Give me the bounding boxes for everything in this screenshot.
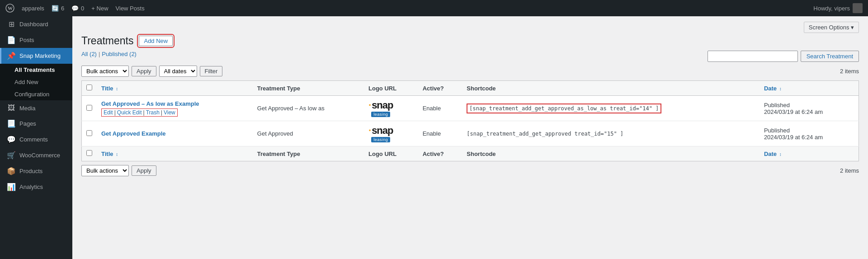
footer-title-sort: ↕ bbox=[116, 152, 118, 157]
sidebar-item-snap-marketing[interactable]: 📌 Snap Marketing bbox=[0, 48, 72, 64]
row2-date-cell: Published 2024/03/19 at 6:24 am bbox=[760, 121, 859, 146]
row1-checkbox[interactable] bbox=[86, 105, 92, 111]
apply-button-bottom[interactable]: Apply bbox=[132, 165, 156, 176]
page-title: Treatments bbox=[81, 35, 133, 47]
search-treatment-button[interactable]: Search Treatment bbox=[801, 51, 859, 62]
row2-active-cell: Enable bbox=[418, 121, 462, 146]
column-date[interactable]: Date ↕ bbox=[760, 81, 859, 96]
products-icon: 📦 bbox=[7, 167, 16, 175]
footer-col-treatment-type: Treatment Type bbox=[253, 146, 364, 161]
site-name: apparels bbox=[22, 5, 44, 12]
wp-logo-link[interactable]: W bbox=[5, 4, 14, 13]
table-footer-row: Title ↕ Treatment Type Logo URL Active? … bbox=[82, 146, 859, 161]
footer-col-active: Active? bbox=[418, 146, 462, 161]
new-content-link[interactable]: + New bbox=[91, 5, 108, 12]
submenu-item-configuration[interactable]: Configuration bbox=[0, 88, 72, 100]
svg-text:W: W bbox=[8, 5, 13, 11]
row1-active-cell: Enable bbox=[418, 96, 462, 121]
row2-shortcode-cell: [snap_treatment_add_get_approved treat_i… bbox=[462, 121, 760, 146]
sidebar-label-pages: Pages bbox=[19, 120, 36, 127]
sidebar-item-dashboard[interactable]: ⊞ Dashboard bbox=[0, 16, 72, 32]
avatar bbox=[853, 3, 863, 13]
row2-logo-cell: · snap leasing bbox=[364, 121, 418, 146]
sidebar-item-analytics[interactable]: 📊 Analytics bbox=[0, 179, 72, 195]
sidebar-item-products[interactable]: 📦 Products bbox=[0, 163, 72, 179]
treatments-table: Title ↕ Treatment Type Logo URL Active? … bbox=[81, 80, 859, 161]
page-header: Treatments Add New bbox=[81, 35, 859, 47]
filters-row: Search Treatment All (2) | Published (2) bbox=[81, 51, 859, 66]
filter-button[interactable]: Filter bbox=[200, 66, 223, 76]
sidebar: ⊞ Dashboard 📄 Posts 📌 Snap Marketing All… bbox=[0, 16, 72, 259]
footer-col-title[interactable]: Title ↕ bbox=[97, 146, 253, 161]
row2-snap-logo: · snap leasing bbox=[368, 125, 393, 142]
bulk-actions-select-top[interactable]: Bulk actions bbox=[81, 66, 129, 77]
sidebar-item-woocommerce[interactable]: 🛒 WooCommerce bbox=[0, 147, 72, 163]
column-title[interactable]: Title ↕ bbox=[97, 81, 253, 96]
row2-title-link[interactable]: Get Approved Example bbox=[101, 130, 166, 137]
add-new-button[interactable]: Add New bbox=[139, 36, 173, 46]
all-dates-select[interactable]: All dates bbox=[159, 66, 197, 77]
screen-options-button[interactable]: Screen Options ▾ bbox=[804, 22, 859, 33]
select-all-checkbox-top[interactable] bbox=[86, 85, 92, 90]
updates-link[interactable]: 🔄 6 bbox=[52, 5, 64, 12]
date-sort-icon: ↕ bbox=[779, 86, 782, 91]
row2-checkbox-cell bbox=[82, 121, 97, 146]
new-label: + New bbox=[91, 5, 108, 12]
row1-logo-cell: · snap leasing bbox=[364, 96, 418, 121]
apply-button-top[interactable]: Apply bbox=[132, 66, 156, 76]
row2-treatment-type: Get Approved bbox=[257, 130, 293, 137]
sidebar-item-posts[interactable]: 📄 Posts bbox=[0, 32, 72, 48]
item-count-top: 2 items bbox=[840, 68, 859, 75]
footer-date-label: Date bbox=[764, 151, 777, 157]
column-active-label: Active? bbox=[423, 85, 444, 92]
row1-edit-link[interactable]: Edit bbox=[104, 109, 113, 116]
submenu-label-all-treatments: All Treatments bbox=[14, 66, 55, 73]
comments-link[interactable]: 💬 0 bbox=[71, 5, 84, 12]
row2-checkbox[interactable] bbox=[86, 130, 92, 136]
row1-date-detail: 2024/03/19 at 6:24 am bbox=[764, 108, 823, 115]
snap-dot-1: · bbox=[368, 99, 371, 111]
row1-date-cell: Published 2024/03/19 at 6:24 am bbox=[760, 96, 859, 121]
tablenav-bottom: Bulk actions Apply 2 items bbox=[81, 165, 859, 176]
column-checkbox bbox=[82, 81, 97, 96]
screen-options-bar: Screen Options ▾ bbox=[81, 22, 859, 33]
snap-text-2: snap bbox=[372, 126, 393, 136]
footer-col-check bbox=[82, 146, 97, 161]
bulk-actions-select-bottom[interactable]: Bulk actions bbox=[81, 165, 129, 176]
row1-trash-link[interactable]: Trash bbox=[146, 109, 160, 116]
view-posts-link[interactable]: View Posts bbox=[116, 5, 145, 12]
row1-title-link[interactable]: Get Approved – As low as Example bbox=[101, 100, 199, 107]
row1-view-link[interactable]: View bbox=[164, 109, 175, 116]
filter-published-link[interactable]: Published (2) bbox=[102, 51, 137, 57]
select-all-checkbox-bottom[interactable] bbox=[86, 150, 92, 156]
comments-menu-icon: 💬 bbox=[7, 135, 16, 144]
comments-icon: 💬 bbox=[71, 5, 79, 12]
main-content: Screen Options ▾ Treatments Add New Sear… bbox=[72, 16, 868, 259]
site-name-link[interactable]: apparels bbox=[22, 5, 44, 12]
footer-date-sort: ↕ bbox=[779, 152, 782, 157]
row1-row-actions: Edit | Quick Edit | Trash | View bbox=[101, 108, 178, 117]
sidebar-item-media[interactable]: 🖼 Media bbox=[0, 100, 72, 116]
column-shortcode-label: Shortcode bbox=[467, 85, 495, 92]
snap-marketing-icon: 📌 bbox=[7, 52, 16, 60]
submenu-item-add-new[interactable]: Add New bbox=[0, 76, 72, 88]
submenu-item-all-treatments[interactable]: All Treatments bbox=[0, 64, 72, 76]
footer-col-date[interactable]: Date ↕ bbox=[760, 146, 859, 161]
footer-title-label: Title bbox=[101, 151, 113, 157]
snap-leasing-2: leasing bbox=[371, 137, 390, 142]
title-sort-icon: ↕ bbox=[116, 86, 118, 91]
sidebar-item-pages[interactable]: 📃 Pages bbox=[0, 116, 72, 132]
posts-icon: 📄 bbox=[7, 36, 16, 44]
search-input[interactable] bbox=[708, 51, 798, 62]
column-treatment-type-label: Treatment Type bbox=[257, 85, 300, 92]
row1-date-status: Published bbox=[764, 102, 790, 108]
sidebar-label-snap-marketing: Snap Marketing bbox=[19, 52, 61, 59]
row2-date-detail: 2024/03/19 at 6:24 am bbox=[764, 134, 823, 141]
table-row: Get Approved – As low as Example Edit | … bbox=[82, 96, 859, 121]
row1-quick-edit-link[interactable]: Quick Edit bbox=[117, 109, 142, 116]
screen-options-label: Screen Options ▾ bbox=[809, 24, 854, 31]
column-logo-url: Logo URL bbox=[364, 81, 418, 96]
row2-shortcode: [snap_treatment_add_get_approved treat_i… bbox=[467, 131, 623, 137]
sidebar-item-comments[interactable]: 💬 Comments bbox=[0, 132, 72, 147]
filter-all-link[interactable]: All (2) bbox=[81, 51, 97, 57]
